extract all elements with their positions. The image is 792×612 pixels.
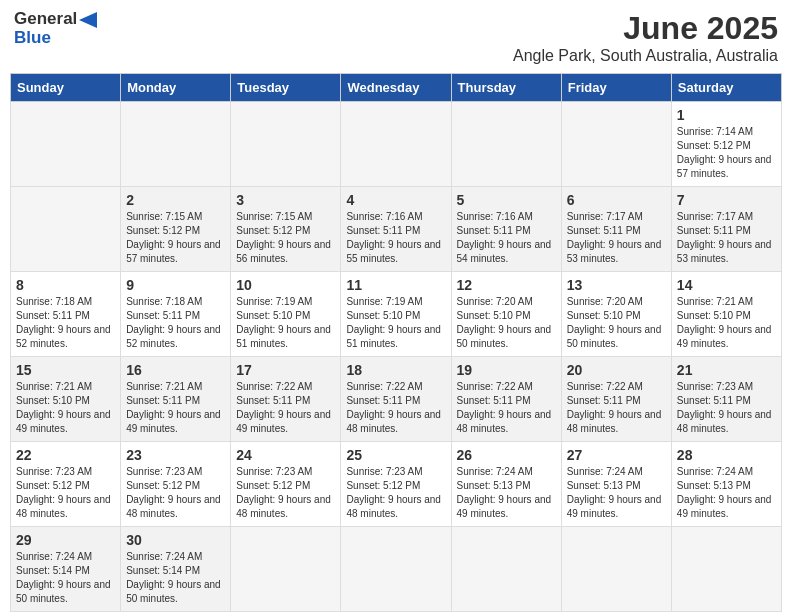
col-saturday: Saturday xyxy=(671,74,781,102)
table-row: 11 Sunrise: 7:19 AM Sunset: 5:10 PM Dayl… xyxy=(341,272,451,357)
sunrise-text: Sunrise: 7:23 AM xyxy=(16,466,92,477)
day-number: 16 xyxy=(126,362,225,378)
daylight-text: Daylight: 9 hours and 56 minutes. xyxy=(236,239,331,264)
day-info: Sunrise: 7:24 AM Sunset: 5:14 PM Dayligh… xyxy=(126,550,225,606)
day-info: Sunrise: 7:21 AM Sunset: 5:10 PM Dayligh… xyxy=(16,380,115,436)
daylight-text: Daylight: 9 hours and 48 minutes. xyxy=(346,409,441,434)
daylight-text: Daylight: 9 hours and 48 minutes. xyxy=(677,409,772,434)
day-number: 21 xyxy=(677,362,776,378)
sunset-text: Sunset: 5:10 PM xyxy=(16,395,90,406)
sunset-text: Sunset: 5:11 PM xyxy=(346,225,420,236)
col-thursday: Thursday xyxy=(451,74,561,102)
daylight-text: Daylight: 9 hours and 50 minutes. xyxy=(16,579,111,604)
daylight-text: Daylight: 9 hours and 57 minutes. xyxy=(126,239,221,264)
day-number: 17 xyxy=(236,362,335,378)
day-info: Sunrise: 7:23 AM Sunset: 5:12 PM Dayligh… xyxy=(236,465,335,521)
sunrise-text: Sunrise: 7:15 AM xyxy=(126,211,202,222)
sunset-text: Sunset: 5:11 PM xyxy=(236,395,310,406)
sunset-text: Sunset: 5:11 PM xyxy=(567,395,641,406)
table-row: 10 Sunrise: 7:19 AM Sunset: 5:10 PM Dayl… xyxy=(231,272,341,357)
logo-blue: Blue xyxy=(14,28,51,47)
daylight-text: Daylight: 9 hours and 48 minutes. xyxy=(236,494,331,519)
day-number: 23 xyxy=(126,447,225,463)
day-number: 3 xyxy=(236,192,335,208)
day-number: 22 xyxy=(16,447,115,463)
table-row: 21 Sunrise: 7:23 AM Sunset: 5:11 PM Dayl… xyxy=(671,357,781,442)
sunset-text: Sunset: 5:10 PM xyxy=(677,310,751,321)
title-section: June 2025 Angle Park, South Australia, A… xyxy=(513,10,778,65)
sunset-text: Sunset: 5:11 PM xyxy=(126,395,200,406)
daylight-text: Daylight: 9 hours and 48 minutes. xyxy=(126,494,221,519)
day-info: Sunrise: 7:23 AM Sunset: 5:11 PM Dayligh… xyxy=(677,380,776,436)
daylight-text: Daylight: 9 hours and 51 minutes. xyxy=(236,324,331,349)
daylight-text: Daylight: 9 hours and 49 minutes. xyxy=(677,494,772,519)
table-row xyxy=(671,527,781,612)
sunset-text: Sunset: 5:11 PM xyxy=(16,310,90,321)
day-info: Sunrise: 7:22 AM Sunset: 5:11 PM Dayligh… xyxy=(236,380,335,436)
col-monday: Monday xyxy=(121,74,231,102)
day-number: 20 xyxy=(567,362,666,378)
calendar-header-row: Sunday Monday Tuesday Wednesday Thursday… xyxy=(11,74,782,102)
day-number: 12 xyxy=(457,277,556,293)
daylight-text: Daylight: 9 hours and 49 minutes. xyxy=(126,409,221,434)
sunrise-text: Sunrise: 7:24 AM xyxy=(126,551,202,562)
day-number: 29 xyxy=(16,532,115,548)
sunrise-text: Sunrise: 7:24 AM xyxy=(457,466,533,477)
daylight-text: Daylight: 9 hours and 49 minutes. xyxy=(236,409,331,434)
sunset-text: Sunset: 5:12 PM xyxy=(236,480,310,491)
table-row: 17 Sunrise: 7:22 AM Sunset: 5:11 PM Dayl… xyxy=(231,357,341,442)
table-row: 1 Sunrise: 7:14 AM Sunset: 5:12 PM Dayli… xyxy=(671,102,781,187)
sunrise-text: Sunrise: 7:17 AM xyxy=(567,211,643,222)
sunrise-text: Sunrise: 7:23 AM xyxy=(346,466,422,477)
sunrise-text: Sunrise: 7:23 AM xyxy=(236,466,312,477)
table-row xyxy=(341,527,451,612)
table-row xyxy=(451,102,561,187)
header: General Blue June 2025 Angle Park, South… xyxy=(10,10,782,65)
daylight-text: Daylight: 9 hours and 52 minutes. xyxy=(126,324,221,349)
sunrise-text: Sunrise: 7:16 AM xyxy=(457,211,533,222)
table-row: 23 Sunrise: 7:23 AM Sunset: 5:12 PM Dayl… xyxy=(121,442,231,527)
sunrise-text: Sunrise: 7:22 AM xyxy=(457,381,533,392)
day-number: 13 xyxy=(567,277,666,293)
table-row: 27 Sunrise: 7:24 AM Sunset: 5:13 PM Dayl… xyxy=(561,442,671,527)
sunset-text: Sunset: 5:12 PM xyxy=(236,225,310,236)
day-info: Sunrise: 7:19 AM Sunset: 5:10 PM Dayligh… xyxy=(236,295,335,351)
table-row: 26 Sunrise: 7:24 AM Sunset: 5:13 PM Dayl… xyxy=(451,442,561,527)
table-row: 20 Sunrise: 7:22 AM Sunset: 5:11 PM Dayl… xyxy=(561,357,671,442)
sunrise-text: Sunrise: 7:18 AM xyxy=(16,296,92,307)
sunrise-text: Sunrise: 7:16 AM xyxy=(346,211,422,222)
day-number: 8 xyxy=(16,277,115,293)
col-friday: Friday xyxy=(561,74,671,102)
calendar-week-3: 8 Sunrise: 7:18 AM Sunset: 5:11 PM Dayli… xyxy=(11,272,782,357)
sunset-text: Sunset: 5:14 PM xyxy=(16,565,90,576)
logo-bird-icon xyxy=(79,12,97,28)
day-number: 4 xyxy=(346,192,445,208)
daylight-text: Daylight: 9 hours and 50 minutes. xyxy=(126,579,221,604)
table-row xyxy=(231,102,341,187)
sunrise-text: Sunrise: 7:24 AM xyxy=(567,466,643,477)
sunrise-text: Sunrise: 7:19 AM xyxy=(236,296,312,307)
day-info: Sunrise: 7:17 AM Sunset: 5:11 PM Dayligh… xyxy=(677,210,776,266)
sunrise-text: Sunrise: 7:22 AM xyxy=(346,381,422,392)
daylight-text: Daylight: 9 hours and 50 minutes. xyxy=(567,324,662,349)
day-number: 26 xyxy=(457,447,556,463)
sunset-text: Sunset: 5:11 PM xyxy=(677,225,751,236)
table-row xyxy=(231,527,341,612)
sunset-text: Sunset: 5:13 PM xyxy=(677,480,751,491)
daylight-text: Daylight: 9 hours and 49 minutes. xyxy=(16,409,111,434)
sunrise-text: Sunrise: 7:21 AM xyxy=(126,381,202,392)
table-row xyxy=(341,102,451,187)
sunrise-text: Sunrise: 7:22 AM xyxy=(567,381,643,392)
daylight-text: Daylight: 9 hours and 54 minutes. xyxy=(457,239,552,264)
sunrise-text: Sunrise: 7:24 AM xyxy=(16,551,92,562)
day-number: 28 xyxy=(677,447,776,463)
calendar-week-5: 22 Sunrise: 7:23 AM Sunset: 5:12 PM Dayl… xyxy=(11,442,782,527)
day-number: 24 xyxy=(236,447,335,463)
day-info: Sunrise: 7:20 AM Sunset: 5:10 PM Dayligh… xyxy=(457,295,556,351)
daylight-text: Daylight: 9 hours and 53 minutes. xyxy=(677,239,772,264)
sunset-text: Sunset: 5:11 PM xyxy=(457,395,531,406)
col-tuesday: Tuesday xyxy=(231,74,341,102)
table-row: 15 Sunrise: 7:21 AM Sunset: 5:10 PM Dayl… xyxy=(11,357,121,442)
day-info: Sunrise: 7:16 AM Sunset: 5:11 PM Dayligh… xyxy=(346,210,445,266)
sunset-text: Sunset: 5:13 PM xyxy=(457,480,531,491)
